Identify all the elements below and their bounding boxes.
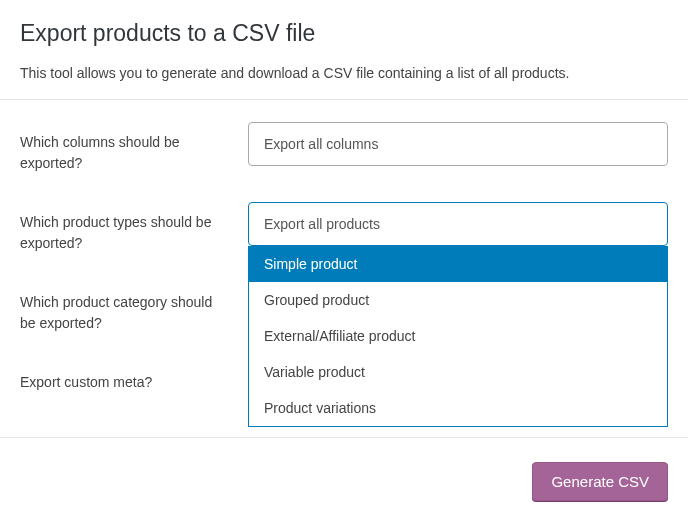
page-description: This tool allows you to generate and dow…	[20, 65, 668, 81]
divider	[0, 99, 688, 100]
page-title: Export products to a CSV file	[20, 20, 668, 47]
dropdown-option-grouped[interactable]: Grouped product	[249, 282, 667, 318]
bottom-divider	[0, 437, 688, 438]
columns-select[interactable]: Export all columns	[248, 122, 668, 166]
dropdown-option-external[interactable]: External/Affiliate product	[249, 318, 667, 354]
dropdown-option-variable[interactable]: Variable product	[249, 354, 667, 390]
category-label: Which product category should be exporte…	[20, 282, 250, 334]
product-types-label: Which product types should be exported?	[20, 202, 248, 254]
dropdown-option-simple[interactable]: Simple product	[249, 246, 667, 282]
custom-meta-label: Export custom meta?	[20, 362, 250, 393]
dropdown-option-variations[interactable]: Product variations	[249, 390, 667, 426]
product-types-select[interactable]: Export all products	[248, 202, 668, 246]
product-types-dropdown: Simple product Grouped product External/…	[248, 246, 668, 427]
columns-label: Which columns should be exported?	[20, 122, 248, 174]
generate-csv-button[interactable]: Generate CSV	[532, 462, 668, 501]
